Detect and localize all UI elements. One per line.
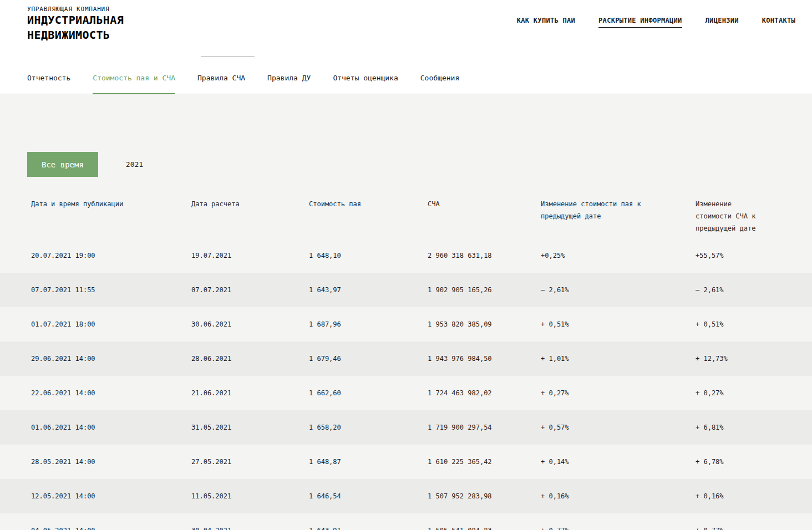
table-cell: +55,57% [696,252,812,259]
table-row: 01.06.2021 14:0031.05.20211 658,201 719 … [0,410,812,445]
table-cell: + 12,73% [696,355,812,363]
table-cell: 1 687,96 [309,320,428,328]
table-row: 12.05.2021 14:0011.05.20211 646,541 507 … [0,479,812,513]
table-cell: 1 648,87 [309,458,428,466]
column-header-calc-date: Дата расчета [191,198,309,210]
table-cell: 1 902 905 165,26 [428,286,541,294]
table-cell: + 0,51% [696,320,812,328]
table-cell: – 2,61% [541,286,696,294]
nav-item-how-to-buy[interactable]: КАК КУПИТЬ ПАИ [517,17,575,28]
table-cell: + 1,01% [541,355,696,363]
site-header: УПРАВЛЯЮЩАЯ КОМПАНИЯ ИНДУСТРИАЛЬНАЯ НЕДВ… [0,0,812,43]
column-header-unit-price: Стоимость пая [309,198,428,210]
table-cell: 1 643,91 [309,527,428,530]
table-body: 20.07.2021 19:0019.07.20211 648,102 960 … [0,238,812,530]
brand-title-line2: НЕДВИЖИМОСТЬ [27,28,124,43]
filter-all-time-button[interactable]: Все время [27,152,98,177]
table-cell: 1 610 225 365,42 [428,458,541,466]
table-cell: 1 648,10 [309,252,428,259]
table-cell: 1 953 820 385,09 [428,320,541,328]
nav-item-disclosure[interactable]: РАСКРЫТИЕ ИНФОРМАЦИИ [598,17,682,28]
tab-messages[interactable]: Сообщения [420,64,459,94]
nav-price-table: Дата и время публикации Дата расчета Сто… [0,198,812,530]
tab-management-rules[interactable]: Правила ДУ [267,64,311,94]
table-cell: +0,25% [541,252,696,259]
period-filters: Все время 2021 [0,94,812,177]
table-cell: 07.07.2021 [191,286,309,294]
table-row: 07.07.2021 11:5507.07.20211 643,971 902 … [0,273,812,307]
table-row: 01.07.2021 18:0030.06.20211 687,961 953 … [0,307,812,342]
table-row: 28.05.2021 14:0027.05.20211 648,871 610 … [0,445,812,479]
table-cell: + 0,57% [541,424,696,431]
table-cell: – 2,61% [696,286,812,294]
table-row: 04.05.2021 14:0030.04.20211 643,911 505 … [0,513,812,530]
table-cell: 31.05.2021 [191,424,309,431]
table-cell: 30.06.2021 [191,320,309,328]
table-cell: 19.07.2021 [191,252,309,259]
table-cell: 30.04.2021 [191,527,309,530]
column-header-nav-change: Изменение стоимости СЧА к предыдущей дат… [696,198,812,235]
column-header-nav: СЧА [428,198,541,210]
table-cell: 1 646,54 [309,492,428,500]
table-cell: 1 643,97 [309,286,428,294]
table-cell: + 0,14% [541,458,696,466]
table-cell: 1 507 952 283,98 [428,492,541,500]
tab-nav-rules[interactable]: Правила СЧА [197,64,245,94]
table-cell: + 0,16% [696,492,812,500]
table-cell: + 0,27% [696,389,812,397]
column-header-unit-price-change: Изменение стоимости пая к предыдущей дат… [541,198,696,222]
company-logo[interactable]: УПРАВЛЯЮЩАЯ КОМПАНИЯ ИНДУСТРИАЛЬНАЯ НЕДВ… [27,4,124,43]
table-cell: 1 662,60 [309,389,428,397]
table-cell: + 0,27% [541,389,696,397]
tabs-scrollbar[interactable] [201,56,255,57]
table-cell: 1 658,20 [309,424,428,431]
table-cell: + 6,78% [696,458,812,466]
table-cell: 21.06.2021 [191,389,309,397]
table-cell: 11.05.2021 [191,492,309,500]
table-cell: 1 719 900 297,54 [428,424,541,431]
table-row: 29.06.2021 14:0028.06.20211 679,461 943 … [0,342,812,376]
table-cell: 28.06.2021 [191,355,309,363]
brand-title-line1: ИНДУСТРИАЛЬНАЯ [27,13,124,28]
nav-item-contacts[interactable]: КОНТАКТЫ [762,17,795,28]
table-row: 20.07.2021 19:0019.07.20211 648,102 960 … [0,238,812,273]
top-nav: КАК КУПИТЬ ПАИ РАСКРЫТИЕ ИНФОРМАЦИИ ЛИЦЕ… [517,17,795,28]
tab-bar: Отчетность Стоимость пая и СЧА Правила С… [0,64,812,94]
table-cell: 04.05.2021 14:00 [31,527,191,530]
table-cell: + 0,16% [541,492,696,500]
tab-reporting[interactable]: Отчетность [27,64,70,94]
table-cell: + 0,51% [541,320,696,328]
content-area: Все время 2021 Дата и время публикации Д… [0,94,812,530]
table-cell: 07.07.2021 11:55 [31,286,191,294]
table-cell: + 0,77% [696,527,812,530]
table-row: 22.06.2021 14:0021.06.20211 662,601 724 … [0,376,812,410]
nav-item-licenses[interactable]: ЛИЦЕНЗИИ [706,17,739,28]
table-cell: 1 943 976 984,50 [428,355,541,363]
table-cell: 1 724 463 982,02 [428,389,541,397]
table-cell: + 0,77% [541,527,696,530]
tab-appraiser-reports[interactable]: Отчеты оценщика [333,64,398,94]
table-cell: + 6,81% [696,424,812,431]
table-cell: 1 679,46 [309,355,428,363]
table-cell: 2 960 318 631,18 [428,252,541,259]
table-cell: 01.07.2021 18:00 [31,320,191,328]
table-cell: 27.05.2021 [191,458,309,466]
table-cell: 12.05.2021 14:00 [31,492,191,500]
filter-year-2021-button[interactable]: 2021 [126,160,143,169]
table-cell: 29.06.2021 14:00 [31,355,191,363]
table-cell: 22.06.2021 14:00 [31,389,191,397]
brand-tagline: УПРАВЛЯЮЩАЯ КОМПАНИЯ [27,6,124,13]
table-header-row: Дата и время публикации Дата расчета Сто… [0,198,812,238]
table-cell: 1 505 541 084,83 [428,527,541,530]
table-cell: 01.06.2021 14:00 [31,424,191,431]
table-cell: 20.07.2021 19:00 [31,252,191,259]
column-header-publication-date: Дата и время публикации [31,198,191,210]
tab-unit-price-nav[interactable]: Стоимость пая и СЧА [93,64,175,94]
table-cell: 28.05.2021 14:00 [31,458,191,466]
